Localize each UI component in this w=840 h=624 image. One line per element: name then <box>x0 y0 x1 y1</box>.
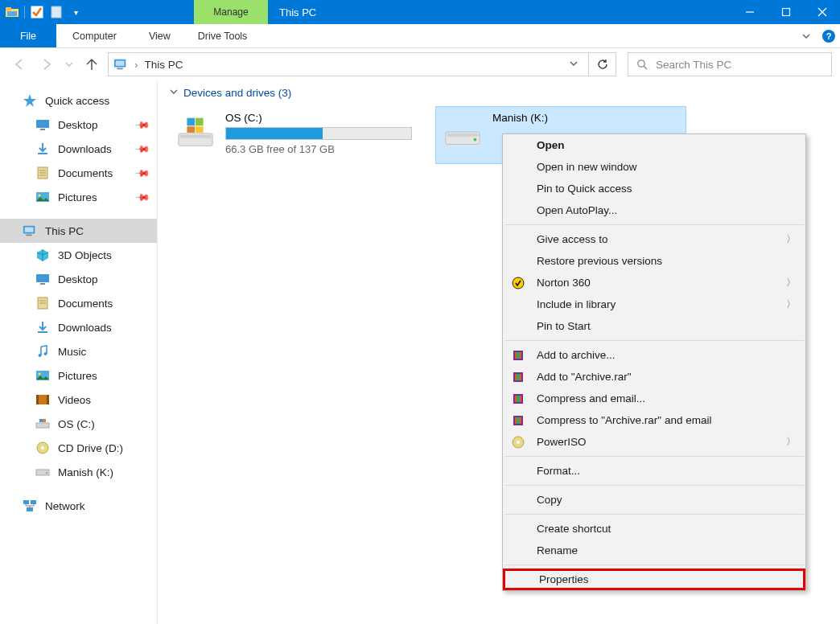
downloads-icon <box>35 142 50 156</box>
sidebar-item-label: Documents <box>58 298 113 310</box>
svg-point-45 <box>46 472 47 474</box>
svg-rect-1 <box>6 7 11 10</box>
sidebar-item-label: Documents <box>58 167 113 179</box>
sidebar-quick-access[interactable]: Quick access <box>0 88 157 113</box>
section-label: Devices and drives (3) <box>183 87 291 99</box>
back-button[interactable] <box>8 53 31 76</box>
sidebar-item-label: Manish (K:) <box>58 466 113 478</box>
ctx-norton-360[interactable]: Norton 360〉 <box>503 272 805 294</box>
svg-point-57 <box>473 138 476 142</box>
svg-rect-56 <box>447 133 478 137</box>
ctx-format[interactable]: Format... <box>503 460 805 482</box>
minimize-button[interactable] <box>731 0 768 24</box>
sidebar-item-downloads-pc[interactable]: Downloads <box>0 315 157 339</box>
sidebar-item-cd-drive[interactable]: CD Drive (D:) <box>0 436 157 460</box>
ctx-pin-to-start[interactable]: Pin to Start <box>503 315 805 337</box>
recent-locations-button[interactable] <box>63 53 76 76</box>
svg-rect-40 <box>39 419 43 422</box>
svg-point-72 <box>517 441 520 444</box>
ctx-open-autoplay[interactable]: Open AutoPlay... <box>503 199 805 221</box>
sidebar-item-downloads[interactable]: Downloads 📌 <box>0 137 157 161</box>
sidebar-item-documents-pc[interactable]: Documents <box>0 291 157 315</box>
separator <box>504 485 804 486</box>
sidebar-item-label: Music <box>58 346 86 358</box>
sidebar-network[interactable]: Network <box>0 494 157 518</box>
help-button[interactable]: ? <box>817 24 840 47</box>
ctx-rename[interactable]: Rename <box>503 540 805 561</box>
manage-contextual-tab[interactable]: Manage <box>194 0 268 24</box>
sidebar-item-videos[interactable]: Videos <box>0 388 157 412</box>
context-menu: Open Open in new window Pin to Quick acc… <box>502 133 806 591</box>
separator <box>504 514 804 515</box>
sidebar-this-pc[interactable]: This PC <box>0 219 157 243</box>
drive-tools-tab[interactable]: Drive Tools <box>187 24 259 47</box>
ctx-open-new-window[interactable]: Open in new window <box>503 156 805 178</box>
sidebar-item-label: 3D Objects <box>58 249 112 261</box>
drive-item-os[interactable]: OS (C:) 66.3 GB free of 137 GB <box>169 107 418 163</box>
navigation-row: › This PC <box>0 48 840 80</box>
close-button[interactable] <box>804 0 840 24</box>
pc-icon <box>113 57 128 72</box>
ctx-poweriso[interactable]: PowerISO〉 <box>503 431 805 453</box>
checkbox-icon[interactable] <box>30 5 44 19</box>
ctx-properties[interactable]: Properties <box>503 569 805 590</box>
computer-tab[interactable]: Computer <box>56 24 133 47</box>
ribbon-tabs: File Computer View Drive Tools ? <box>0 24 840 48</box>
refresh-button[interactable] <box>589 52 616 76</box>
search-box[interactable] <box>628 52 832 76</box>
ctx-open[interactable]: Open <box>503 134 805 156</box>
sidebar-item-desktop-pc[interactable]: Desktop <box>0 267 157 291</box>
address-dropdown-button[interactable] <box>564 59 583 71</box>
sidebar-item-label: CD Drive (D:) <box>58 442 123 454</box>
separator <box>504 224 804 225</box>
ctx-copy[interactable]: Copy <box>503 489 805 511</box>
sidebar-item-desktop[interactable]: Desktop 📌 <box>0 113 157 137</box>
svg-rect-11 <box>117 68 123 70</box>
maximize-button[interactable] <box>768 0 804 24</box>
sidebar-item-label: Downloads <box>58 143 112 155</box>
sidebar-item-documents[interactable]: Documents 📌 <box>0 161 157 185</box>
sidebar-item-os-drive[interactable]: OS (C:) <box>0 412 157 436</box>
window-controls <box>731 0 840 24</box>
svg-rect-50 <box>180 135 211 138</box>
music-icon <box>35 344 50 359</box>
svg-rect-4 <box>51 6 61 18</box>
ctx-pin-quick-access[interactable]: Pin to Quick access <box>503 178 805 199</box>
disc-icon <box>35 441 50 455</box>
svg-rect-46 <box>23 500 29 504</box>
up-button[interactable] <box>80 53 103 76</box>
svg-rect-6 <box>782 9 789 16</box>
svg-point-32 <box>39 354 42 357</box>
sidebar-item-manish-drive[interactable]: Manish (K:) <box>0 460 157 484</box>
document-icon[interactable] <box>49 5 64 19</box>
ctx-include-library[interactable]: Include in library〉 <box>503 294 805 315</box>
search-input[interactable] <box>656 59 825 71</box>
ctx-give-access-to[interactable]: Give access to〉 <box>503 228 805 250</box>
svg-rect-53 <box>187 126 195 133</box>
sidebar-item-music[interactable]: Music <box>0 339 157 363</box>
ctx-compress-email[interactable]: Compress and email... <box>503 388 805 409</box>
svg-point-33 <box>44 352 47 355</box>
drive-icon <box>35 465 50 479</box>
address-bar[interactable]: › This PC <box>108 52 589 76</box>
forward-button[interactable] <box>35 53 58 76</box>
ctx-create-shortcut[interactable]: Create shortcut <box>503 518 805 540</box>
breadcrumb-location[interactable]: This PC <box>145 59 183 71</box>
search-icon <box>635 57 649 72</box>
ctx-add-to-archive[interactable]: Add to archive... <box>503 344 805 366</box>
svg-rect-15 <box>40 129 45 130</box>
ctx-add-to-archive-rar[interactable]: Add to "Archive.rar" <box>503 366 805 388</box>
sidebar-item-3d-objects[interactable]: 3D Objects <box>0 243 157 267</box>
view-tab[interactable]: View <box>133 24 187 47</box>
ctx-restore-previous[interactable]: Restore previous versions <box>503 250 805 272</box>
file-tab[interactable]: File <box>0 24 56 47</box>
chevron-right-icon: 〉 <box>786 298 796 311</box>
svg-rect-67 <box>517 396 520 402</box>
ribbon-collapse-button[interactable] <box>795 24 817 47</box>
qat-dropdown-icon[interactable]: ▾ <box>68 5 83 19</box>
sidebar-item-pictures-pc[interactable]: Pictures <box>0 363 157 388</box>
sidebar-item-pictures[interactable]: Pictures 📌 <box>0 185 157 209</box>
ctx-compress-rar-email[interactable]: Compress to "Archive.rar" and email <box>503 409 805 431</box>
sidebar-item-label: Desktop <box>58 119 98 131</box>
section-devices-drives[interactable]: Devices and drives (3) <box>158 87 840 99</box>
